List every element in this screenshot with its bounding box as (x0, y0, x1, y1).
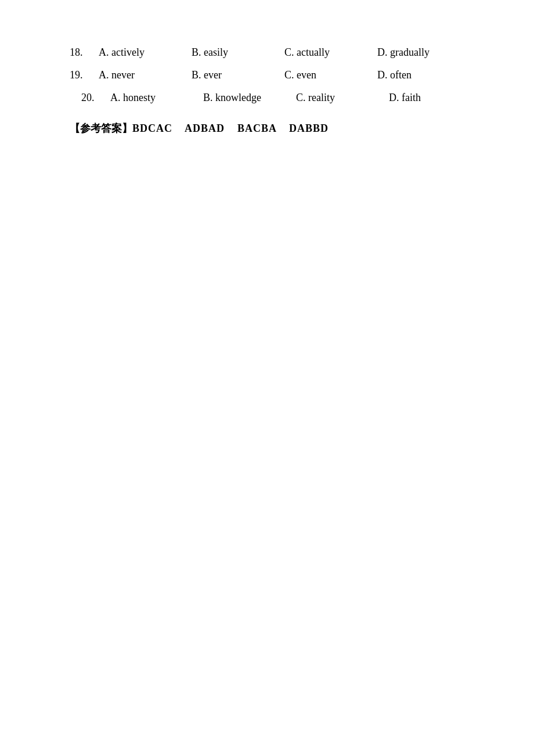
question-number-18: 18. (70, 46, 99, 59)
option-18-d: D. gradually (377, 46, 470, 59)
option-19-b: B. ever (192, 69, 284, 81)
question-number-19: 19. (70, 69, 99, 81)
option-20-b: B. knowledge (203, 92, 296, 104)
option-19-d: D. often (377, 69, 470, 81)
question-number-20: 20. (81, 92, 110, 104)
option-18-b: B. easily (192, 46, 284, 59)
questions-section: 18. A. actively B. easily C. actually D.… (70, 46, 464, 104)
options-row-19: A. never B. ever C. even D. often (99, 69, 470, 81)
option-20-d: D. faith (389, 92, 482, 104)
option-20-a: A. honesty (110, 92, 203, 104)
answers-prefix: 【参考答案】 (70, 123, 132, 134)
options-row-20: A. honesty B. knowledge C. reality D. fa… (110, 92, 482, 104)
question-row-18: 18. A. actively B. easily C. actually D.… (70, 46, 464, 59)
option-19-a: A. never (99, 69, 192, 81)
answers-section: 【参考答案】BDCAC ADBAD BACBA DABBD (70, 121, 464, 135)
options-row-18: A. actively B. easily C. actually D. gra… (99, 46, 470, 59)
option-20-c: C. reality (296, 92, 389, 104)
option-19-c: C. even (284, 69, 377, 81)
question-row-19: 19. A. never B. ever C. even D. often (70, 69, 464, 81)
option-18-c: C. actually (284, 46, 377, 59)
question-row-20: 20. A. honesty B. knowledge C. reality D… (70, 92, 464, 104)
answers-text: BDCAC ADBAD BACBA DABBD (132, 123, 329, 134)
option-18-a: A. actively (99, 46, 192, 59)
